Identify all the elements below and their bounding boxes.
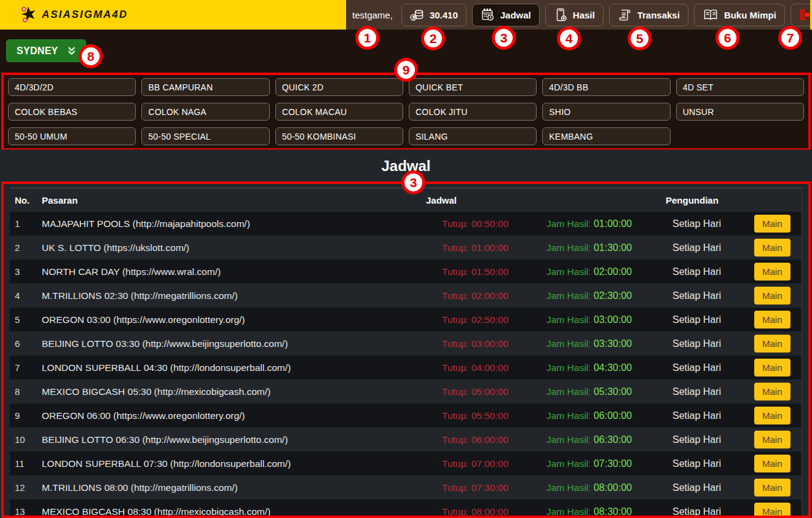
result-time: Jam Hasil: 04:30:00 — [540, 356, 666, 380]
nav-transaksi-button[interactable]: Transaksi — [609, 4, 688, 26]
main-button[interactable]: Main — [754, 359, 790, 377]
table-row: 3 NORTH CAR DAY (https://www.wral.com/) … — [10, 260, 802, 284]
row-number: 12 — [10, 476, 42, 500]
annotation-frame-games: 4D/3D/2D BB CAMPURAN QUICK 2D QUICK BET … — [1, 73, 811, 151]
annotation-badge-7: 7 — [778, 26, 802, 50]
pasaran-name: MAJAPAHIT POOLS (http://majapahitpools.c… — [42, 212, 426, 236]
pasaran-name: BEIJING LOTTO 03:30 (http://www.beijings… — [42, 332, 426, 356]
annotation-badge-8: 8 — [79, 44, 103, 68]
table-row: 1 MAJAPAHIT POOLS (http://majapahitpools… — [10, 212, 802, 236]
close-time: Tutup: 07:00:00 — [426, 452, 540, 476]
game-type-5050-special[interactable]: 50-50 SPECIAL — [141, 127, 269, 145]
main-button[interactable]: Main — [754, 383, 790, 400]
row-number: 8 — [10, 380, 42, 404]
nav-hasil-label: Hasil — [573, 10, 595, 20]
game-type-4d3d-bb[interactable]: 4D/3D BB — [542, 78, 670, 96]
game-type-colok-naga[interactable]: COLOK NAGA — [141, 103, 269, 121]
draw-schedule: Setiap Hari — [666, 356, 747, 380]
column-header-pengundian: Pengundian — [666, 188, 747, 212]
column-header-empty — [747, 188, 802, 212]
draw-schedule: Setiap Hari — [666, 404, 747, 428]
annotation-badge-9: 9 — [394, 58, 418, 82]
game-type-5050-umum[interactable]: 50-50 UMUM — [8, 127, 136, 145]
close-time: Tutup: 06:00:00 — [426, 428, 540, 452]
result-time: Jam Hasil: 03:30:00 — [540, 332, 666, 356]
double-chevron-down-icon — [68, 46, 76, 55]
balance-button[interactable]: 30.410 — [401, 4, 467, 26]
result-time: Jam Hasil: 08:00:00 — [540, 476, 666, 500]
nav-transaksi-label: Transaksi — [637, 10, 680, 20]
game-type-5050-kombinasi[interactable]: 50-50 KOMBINASI — [275, 127, 403, 145]
nav-buku-mimpi-label: Buku Mimpi — [724, 10, 776, 20]
main-button[interactable]: Main — [754, 335, 790, 353]
main-button[interactable]: Main — [754, 455, 790, 472]
schedule-table-container: No. Pasaran Jadwal Pengundian 1 MAJAPAHI… — [10, 188, 802, 516]
main-button[interactable]: Main — [754, 431, 790, 448]
pasaran-name: MEXICO BIGCASH 08:30 (http://mexicobigca… — [42, 500, 426, 516]
game-type-colok-bebas[interactable]: COLOK BEBAS — [8, 103, 136, 121]
game-type-4d-set[interactable]: 4D SET — [676, 78, 804, 96]
result-time: Jam Hasil: 03:00:00 — [540, 308, 666, 332]
draw-schedule: Setiap Hari — [666, 380, 747, 404]
game-type-colok-macau[interactable]: COLOK MACAU — [275, 103, 403, 121]
annotation-badge-2: 2 — [421, 26, 445, 50]
game-type-quick-2d[interactable]: QUICK 2D — [275, 78, 403, 96]
game-type-4d3d2d[interactable]: 4D/3D/2D — [8, 78, 136, 96]
table-row: 12 M.TRILLIONS 08:00 (http://megatrillio… — [10, 476, 802, 500]
table-row: 9 OREGON 06:00 (https://www.oregonlotter… — [10, 404, 802, 428]
annotation-badge-6: 6 — [715, 26, 739, 50]
logout-button[interactable] — [790, 4, 812, 26]
game-type-colok-jitu[interactable]: COLOK JITU — [409, 103, 537, 121]
main-button[interactable]: Main — [754, 311, 790, 329]
coins-icon — [410, 9, 424, 22]
annotation-badge-5: 5 — [628, 26, 652, 50]
close-time: Tutup: 01:00:00 — [426, 236, 540, 260]
annotation-badge-3: 3 — [492, 26, 516, 50]
result-time: Jam Hasil: 01:30:00 — [540, 236, 666, 260]
game-type-silang[interactable]: SILANG — [409, 127, 537, 145]
scroll-icon — [618, 8, 632, 22]
draw-schedule: Setiap Hari — [666, 284, 747, 308]
main-button[interactable]: Main — [754, 479, 790, 496]
main-button[interactable]: Main — [754, 407, 790, 424]
pasaran-name: M.TRILLIONS 08:00 (http://megatrillions.… — [42, 476, 426, 500]
game-type-bb-campuran[interactable]: BB CAMPURAN — [141, 78, 269, 96]
row-number: 7 — [10, 356, 42, 380]
pasaran-name: M.TRILLIONS 02:30 (http://megatrillions.… — [42, 284, 426, 308]
nav-jadwal-button[interactable]: Jadwal — [472, 4, 540, 26]
row-number: 1 — [10, 212, 42, 236]
draw-schedule: Setiap Hari — [666, 212, 747, 236]
close-time: Tutup: 04:00:00 — [426, 356, 540, 380]
pasaran-name: UK S. LOTTO (https://ukslott.com/) — [42, 236, 426, 260]
table-row: 8 MEXICO BIGCASH 05:30 (http://mexicobig… — [10, 380, 802, 404]
nav-hasil-button[interactable]: Hasil — [545, 4, 604, 26]
close-time: Tutup: 00:50:00 — [426, 212, 540, 236]
column-header-no: No. — [10, 188, 42, 212]
schedule-table: No. Pasaran Jadwal Pengundian 1 MAJAPAHI… — [10, 188, 802, 516]
game-type-kembang[interactable]: KEMBANG — [542, 127, 670, 145]
close-time: Tutup: 03:00:00 — [426, 332, 540, 356]
main-button[interactable]: Main — [754, 239, 790, 257]
brand-logo[interactable]: ASIASIGMA4D — [0, 0, 346, 30]
game-type-unsur[interactable]: UNSUR — [676, 103, 804, 121]
top-nav: testgame, 30.410 Jadwal — [346, 0, 812, 30]
game-type-quick-bet[interactable]: QUICK BET — [409, 78, 537, 96]
market-selector-sydney[interactable]: SYDNEY — [6, 39, 86, 62]
main-button[interactable]: Main — [754, 215, 790, 233]
open-book-icon — [703, 8, 719, 22]
row-number: 10 — [10, 428, 42, 452]
column-header-jadwal: Jadwal — [426, 188, 540, 212]
row-number: 6 — [10, 332, 42, 356]
close-time: Tutup: 08:00:00 — [426, 500, 540, 516]
nav-buku-mimpi-button[interactable]: Buku Mimpi — [694, 4, 785, 26]
game-type-shio[interactable]: SHIO — [542, 103, 670, 121]
table-row: 11 LONDON SUPERBALL 07:30 (http://london… — [10, 452, 802, 476]
main-button[interactable]: Main — [754, 263, 790, 281]
close-time: Tutup: 05:50:00 — [426, 404, 540, 428]
draw-schedule: Setiap Hari — [666, 452, 747, 476]
result-time: Jam Hasil: 06:30:00 — [540, 428, 666, 452]
pasaran-name: LONDON SUPERBALL 04:30 (http://londonsup… — [42, 356, 426, 380]
draw-schedule: Setiap Hari — [666, 308, 747, 332]
main-button[interactable]: Main — [754, 503, 790, 516]
main-button[interactable]: Main — [754, 287, 790, 305]
